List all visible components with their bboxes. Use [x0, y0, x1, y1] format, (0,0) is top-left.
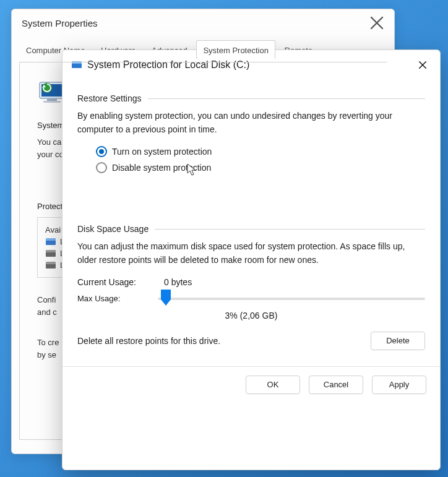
radio-on-label: Turn on system protection: [112, 147, 212, 157]
system-properties-titlebar: System Properties: [12, 9, 394, 37]
svg-rect-8: [46, 250, 56, 252]
delete-button[interactable]: Delete: [371, 332, 425, 350]
svg-rect-3: [43, 101, 61, 103]
divider: [155, 229, 425, 230]
radio-icon: [96, 146, 107, 157]
dialog-footer: OK Cancel Apply: [62, 367, 440, 405]
divider: [148, 98, 426, 99]
close-icon[interactable]: [414, 56, 431, 74]
disk-space-legend: Disk Space Usage: [77, 224, 425, 234]
max-usage-readout: 3% (2,06 GB): [77, 311, 425, 320]
dialog-body: Restore Settings By enabling system prot…: [62, 79, 440, 359]
restore-settings-label: Restore Settings: [77, 93, 142, 103]
svg-rect-11: [72, 63, 82, 68]
drive-icon: [45, 261, 56, 270]
slider-track: [158, 298, 425, 300]
tab-system-protection[interactable]: System Protection: [196, 40, 275, 59]
max-usage-row: Max Usage:: [77, 292, 425, 306]
restore-settings-description: By enabling system protection, you can u…: [77, 110, 425, 136]
current-usage-value: 0 bytes: [164, 277, 192, 287]
apply-button[interactable]: Apply: [372, 376, 426, 394]
cancel-button[interactable]: Cancel: [309, 376, 363, 394]
svg-rect-7: [46, 252, 56, 257]
dialog-title: System Protection for Local Disk (C:): [87, 59, 249, 71]
radio-icon: [96, 162, 107, 173]
avail-label: Avai: [45, 225, 61, 234]
delete-row: Delete all restore points for this drive…: [77, 332, 425, 350]
restore-radio-group: Turn on system protection Disable system…: [77, 146, 425, 173]
slider-thumb[interactable]: [161, 290, 171, 306]
drive-icon: [45, 249, 56, 258]
disk-space-description: You can adjust the maximum disk space us…: [77, 240, 425, 267]
ok-button[interactable]: OK: [246, 376, 300, 394]
disk-space-label: Disk Space Usage: [77, 224, 149, 234]
svg-rect-6: [46, 238, 56, 241]
current-usage-label: Current Usage:: [77, 277, 145, 287]
radio-off-label: Disable system protection: [112, 163, 211, 173]
svg-rect-9: [46, 264, 56, 269]
max-usage-label: Max Usage:: [77, 294, 145, 303]
svg-rect-5: [46, 240, 56, 245]
svg-rect-10: [46, 262, 56, 264]
drive-icon: [45, 238, 56, 246]
restore-settings-legend: Restore Settings: [77, 93, 425, 103]
system-properties-title: System Properties: [22, 18, 98, 28]
radio-disable-protection[interactable]: Disable system protection: [96, 162, 425, 173]
max-usage-slider[interactable]: [158, 292, 425, 306]
svg-rect-2: [47, 99, 57, 101]
close-icon[interactable]: [369, 15, 384, 30]
radio-turn-on-protection[interactable]: Turn on system protection: [96, 146, 425, 157]
delete-description: Delete all restore points for this drive…: [77, 336, 220, 346]
system-protection-dialog: System Protection for Local Disk (C:) Re…: [62, 49, 441, 470]
tab-underline: [19, 62, 387, 62]
current-usage-row: Current Usage: 0 bytes: [77, 277, 425, 287]
